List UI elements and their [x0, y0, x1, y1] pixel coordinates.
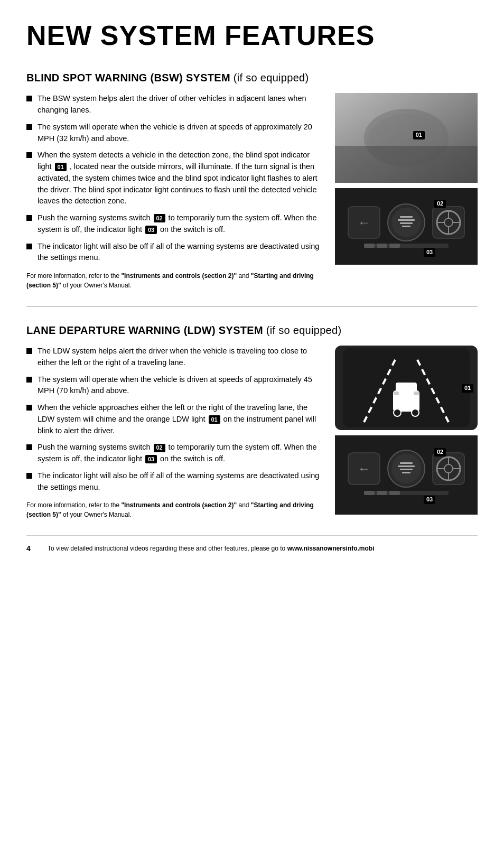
bsw-bullet-5: The indicator light will also be off if … [38, 241, 322, 264]
badge-01-overlay: 01 [413, 131, 425, 139]
page-title: NEW SYSTEM FEATURES [26, 16, 478, 55]
bullet-icon [26, 444, 32, 450]
bullet-icon [26, 244, 32, 249]
bullet-icon [26, 348, 32, 354]
bsw-panel-image: ← [335, 188, 478, 265]
footer-url-bold: www.nissanownersinfo.mobi [287, 545, 375, 552]
bsw-text: The BSW system helps alert the driver of… [26, 93, 322, 290]
bsw-images: 01 ← [335, 93, 478, 290]
list-item: The system will operate when the vehicle… [26, 374, 322, 397]
bsw-section-content: The BSW system helps alert the driver of… [26, 93, 478, 290]
bsw-panel-badge-03: 03 [423, 246, 436, 258]
ldw-section-content: The LDW system helps alert the driver wh… [26, 346, 478, 519]
bullet-icon [26, 473, 32, 479]
svg-rect-10 [400, 216, 413, 218]
bsw-panel-badge-02: 02 [433, 198, 447, 209]
svg-rect-22 [364, 244, 375, 248]
ldw-images: 01 ← [335, 346, 478, 519]
page-container: NEW SYSTEM FEATURES BLIND SPOT WARNING (… [0, 0, 504, 570]
ldw-bullet-list: The LDW system helps alert the driver wh… [26, 346, 322, 493]
bsw-header-normal: (if so equipped) [230, 72, 309, 83]
list-item: When the vehicle approaches either the l… [26, 402, 322, 436]
list-item: The system will operate when the vehicle… [26, 122, 322, 145]
ldw-image-badge-01: 01 [461, 382, 474, 394]
ldw-panel-image: ← [335, 435, 478, 515]
ldw-section-header: LANE DEPARTURE WARNING (LDW) SYSTEM (if … [26, 323, 478, 338]
badge-01: 01 [55, 163, 67, 171]
bsw-section-header: BLIND SPOT WARNING (BSW) SYSTEM (if so e… [26, 70, 478, 86]
ldw-badge-01-overlay: 01 [462, 384, 473, 393]
svg-rect-33 [414, 392, 419, 395]
bsw-bullet-4: Push the warning systems switch 02 to te… [38, 212, 322, 236]
ldw-panel-svg: ← [338, 438, 475, 512]
ldw-header-bold: LANE DEPARTURE WARNING (LDW) SYSTEM [26, 324, 263, 336]
ldw-bullet-5: The indicator light will also be off if … [38, 470, 322, 493]
svg-rect-52 [377, 491, 387, 495]
bsw-bullet-2: The system will operate when the vehicle… [38, 122, 322, 145]
svg-rect-51 [364, 491, 375, 495]
bullet-icon [26, 215, 32, 221]
bullet-icon [26, 405, 32, 411]
ldw-bullet-3: When the vehicle approaches either the l… [38, 402, 322, 436]
ldw-badge-02-overlay: 02 [434, 448, 446, 457]
svg-rect-12 [400, 222, 413, 224]
ldw-panel-badge-03: 03 [423, 493, 436, 505]
svg-rect-11 [398, 219, 415, 221]
bsw-panel-svg: ← [338, 191, 475, 262]
ldw-footnote: For more information, refer to the "Inst… [26, 500, 322, 519]
bullet-icon [26, 96, 32, 101]
bsw-image-badge-01: 01 [412, 129, 426, 141]
svg-point-30 [394, 409, 401, 416]
list-item: The BSW system helps alert the driver of… [26, 93, 322, 116]
badge-03: 03 [145, 226, 157, 234]
svg-point-31 [412, 409, 419, 416]
bsw-bullet-1: The BSW system helps alert the driver of… [38, 93, 322, 116]
page-number: 4 [26, 543, 37, 554]
ldw-icon-svg [343, 348, 470, 427]
svg-text:←: ← [358, 215, 370, 229]
svg-rect-4 [335, 146, 478, 183]
ldw-bullet-2: The system will operate when the vehicle… [38, 374, 322, 397]
svg-rect-29 [396, 383, 417, 394]
footer-text: To view detailed instructional videos re… [48, 544, 375, 553]
ldw-badge-03: 03 [145, 455, 157, 463]
list-item: Push the warning systems switch 02 to te… [26, 212, 322, 236]
bsw-interior-svg [335, 93, 478, 183]
list-item: When the system detects a vehicle in the… [26, 150, 322, 207]
footer-description: To view detailed instructional videos re… [48, 545, 285, 552]
bsw-interior-image: 01 [335, 93, 478, 183]
bsw-footnote: For more information, refer to the "Inst… [26, 271, 322, 290]
svg-rect-24 [389, 244, 400, 248]
bullet-icon [26, 377, 32, 383]
ldw-bullet-4: Push the warning systems switch 02 to te… [38, 442, 322, 465]
badge-02: 02 [154, 214, 165, 222]
bsw-bullet-3: When the system detects a vehicle in the… [38, 150, 322, 207]
list-item: The indicator light will also be off if … [26, 470, 322, 493]
list-item: The indicator light will also be off if … [26, 241, 322, 264]
ldw-badge-03-overlay: 03 [424, 496, 435, 504]
list-item: The LDW system helps alert the driver wh… [26, 346, 322, 369]
ldw-badge-02: 02 [154, 444, 165, 452]
section-divider [26, 306, 478, 307]
svg-rect-23 [377, 244, 387, 248]
svg-rect-41 [400, 469, 413, 470]
svg-rect-40 [398, 465, 415, 467]
svg-rect-42 [402, 472, 410, 473]
ldw-section: LANE DEPARTURE WARNING (LDW) SYSTEM (if … [26, 323, 478, 519]
bullet-icon [26, 124, 32, 130]
bsw-header-bold: BLIND SPOT WARNING (BSW) SYSTEM [26, 72, 230, 83]
bullet-icon [26, 152, 32, 158]
list-item: Push the warning systems switch 02 to te… [26, 442, 322, 465]
bsw-bullet-list: The BSW system helps alert the driver of… [26, 93, 322, 264]
ldw-icon-image: 01 [335, 346, 478, 430]
ldw-panel-badge-02: 02 [433, 446, 447, 458]
ldw-bullet-1: The LDW system helps alert the driver wh… [38, 346, 322, 369]
ldw-badge-01: 01 [209, 415, 220, 424]
svg-rect-39 [400, 462, 413, 464]
ldw-header-normal: (if so equipped) [263, 324, 342, 336]
svg-rect-13 [402, 226, 410, 227]
svg-text:←: ← [358, 461, 370, 476]
badge-02-overlay: 02 [434, 200, 446, 208]
ldw-text: The LDW system helps alert the driver wh… [26, 346, 322, 519]
badge-03-overlay: 03 [424, 248, 435, 257]
